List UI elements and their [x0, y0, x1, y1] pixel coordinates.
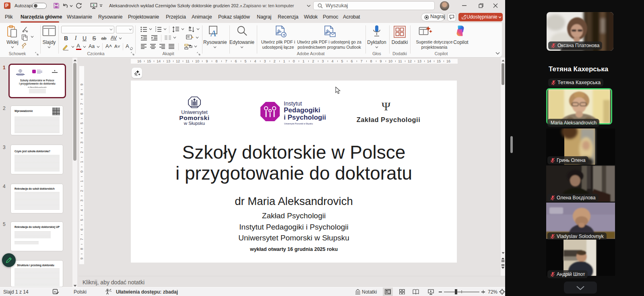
- svg-text:A: A: [210, 28, 216, 37]
